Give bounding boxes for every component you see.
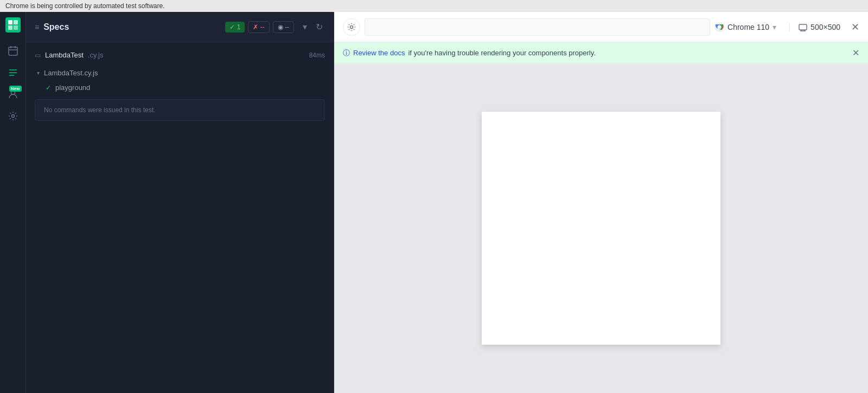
file-header: ▭ LambdaTest .cy.js 84ms xyxy=(26,47,334,63)
sidebar-item-users[interactable]: New xyxy=(3,85,23,104)
browser-info: Chrome 110 ▾ xyxy=(714,22,776,32)
pass-check-icon: ✓ xyxy=(46,84,51,92)
fail-badge: ✗ -- xyxy=(248,21,269,33)
preview-panel: Chrome 110 ▾ 500×500 ✕ ⓘ Review the docs… xyxy=(334,12,868,393)
chrome-logo-icon xyxy=(714,22,724,32)
refresh-button[interactable]: ↻ xyxy=(314,20,325,34)
sidebar-item-settings[interactable] xyxy=(3,106,23,126)
pending-badge: ◉ -- xyxy=(273,21,294,33)
svg-rect-3 xyxy=(14,25,18,30)
app-logo xyxy=(5,17,21,33)
url-bar[interactable] xyxy=(365,18,710,36)
file-section: ▭ LambdaTest .cy.js 84ms ▾ LambdaTest.cy… xyxy=(26,42,334,132)
viewport-icon xyxy=(799,23,807,31)
header-bar: ≡ Specs ✓ 1 ✗ -- ◉ -- ▾ ↻ xyxy=(26,12,334,42)
file-icon: ▭ xyxy=(35,51,41,59)
test-case[interactable]: ✓ playground xyxy=(26,80,334,95)
viewport-info: 500×500 xyxy=(789,23,840,31)
file-name: ▭ LambdaTest .cy.js xyxy=(35,51,103,59)
header-controls: ▾ ↻ xyxy=(301,20,325,34)
close-banner-button[interactable]: ✕ xyxy=(852,48,859,58)
no-commands-box: No commands were issued in this test. xyxy=(35,99,325,121)
panel-title: ≡ Specs xyxy=(35,22,219,32)
review-docs-link[interactable]: Review the docs xyxy=(353,49,405,57)
suite-arrow-icon: ▾ xyxy=(37,70,40,76)
menu-icon: ≡ xyxy=(35,23,39,31)
info-icon: ⓘ xyxy=(343,48,350,58)
svg-rect-4 xyxy=(9,47,17,55)
svg-rect-2 xyxy=(8,25,12,30)
new-badge: New xyxy=(9,86,21,92)
pass-badge: ✓ 1 xyxy=(225,22,245,33)
automation-banner: Chrome is being controlled by automated … xyxy=(0,0,868,12)
test-suite: ▾ LambdaTest.cy.js xyxy=(26,66,334,80)
info-banner: ⓘ Review the docs if you're having troub… xyxy=(334,42,868,63)
icon-sidebar: New xyxy=(0,12,26,393)
svg-rect-1 xyxy=(14,20,18,24)
sidebar-item-calendar[interactable] xyxy=(3,41,23,61)
sidebar-item-specs[interactable] xyxy=(3,63,23,82)
svg-rect-17 xyxy=(799,24,807,30)
svg-point-12 xyxy=(11,115,14,118)
svg-point-13 xyxy=(350,25,353,28)
svg-point-16 xyxy=(718,25,722,29)
close-preview-button[interactable]: ✕ xyxy=(851,21,859,33)
test-panel: ≡ Specs ✓ 1 ✗ -- ◉ -- ▾ ↻ xyxy=(26,12,334,393)
preview-header: Chrome 110 ▾ 500×500 ✕ xyxy=(334,12,868,42)
test-tree: ▾ LambdaTest.cy.js ✓ playground No comma… xyxy=(26,63,334,127)
svg-rect-0 xyxy=(8,20,12,24)
preview-content xyxy=(334,63,868,393)
status-badges: ✓ 1 ✗ -- ◉ -- xyxy=(225,21,294,33)
preview-frame xyxy=(482,112,720,345)
settings-gear-button[interactable] xyxy=(343,18,360,36)
dropdown-button[interactable]: ▾ xyxy=(301,20,309,34)
